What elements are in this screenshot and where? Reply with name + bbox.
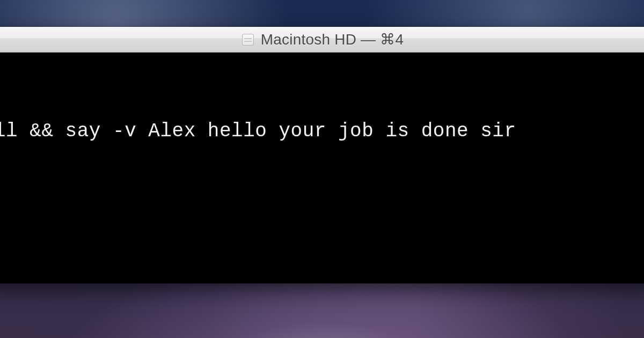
terminal-window: Macintosh HD — ⌘4 ll && say -v Alex hell… xyxy=(0,27,644,283)
terminal-proxy-icon xyxy=(240,33,255,47)
terminal-content[interactable]: ll && say -v Alex hello your job is done… xyxy=(0,53,644,283)
window-title: Macintosh HD — ⌘4 xyxy=(261,31,404,48)
window-titlebar[interactable]: Macintosh HD — ⌘4 xyxy=(0,27,644,53)
window-title-wrap: Macintosh HD — ⌘4 xyxy=(240,31,404,48)
terminal-line: ll && say -v Alex hello your job is done… xyxy=(0,119,644,144)
